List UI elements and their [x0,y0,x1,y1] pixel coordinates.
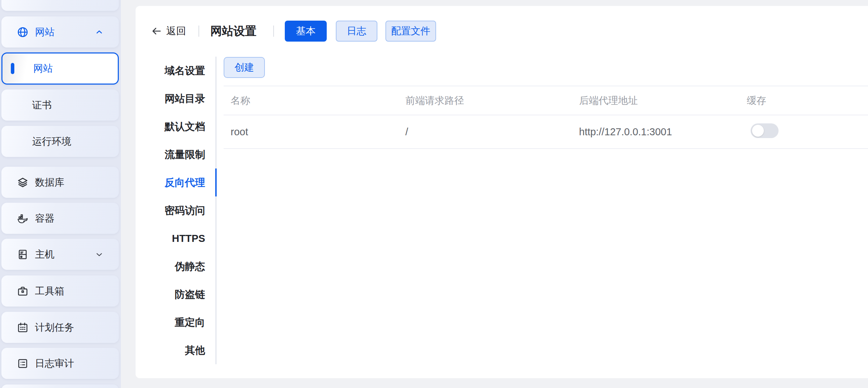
subnav-item-password-access[interactable]: 密码访问 [150,196,205,224]
back-button[interactable]: 返回 [166,26,186,37]
back-arrow-icon[interactable] [151,26,162,37]
cell-cache [740,123,868,141]
subnav-item-site-directory[interactable]: 网站目录 [150,85,205,113]
tab-logs[interactable]: 日志 [336,21,377,42]
container-icon [17,213,29,224]
cache-toggle[interactable] [751,123,779,138]
header-divider [273,26,274,37]
subnav-item-redirect[interactable]: 重定向 [150,308,205,336]
sidebar-item-label: 网站 [33,62,53,75]
sidebar-item-database[interactable]: 数据库 [1,167,119,198]
chevron-down-icon [95,250,103,259]
table-header-row: 名称 前端请求路径 后端代理地址 缓存 [224,86,868,115]
subnav-item-rewrite[interactable]: 伪静态 [150,252,205,280]
sidebar-item-log-audit[interactable]: 日志审计 [1,348,119,379]
sidebar-item-label: 网站 [35,26,55,39]
cron-icon [17,322,29,333]
sidebar-item-runtime[interactable]: 运行环境 [1,126,119,157]
sidebar-item-label: 日志审计 [35,357,74,370]
sidebar-item-host[interactable]: 主机 [1,239,119,270]
sidebar-item-label: 工具箱 [35,285,64,298]
column-header-name: 名称 [224,94,398,107]
sidebar-item-cronjob[interactable]: 计划任务 [1,312,119,343]
toolbox-icon [17,285,29,297]
host-icon [17,249,29,260]
sidebar-item-label: 数据库 [35,176,64,189]
cell-name: root [224,126,398,138]
log-audit-icon [17,358,29,369]
column-header-cache: 缓存 [740,94,868,107]
cell-frontend-path: / [398,126,572,138]
sidebar-item-website-group[interactable]: 网站 [1,16,119,48]
chevron-up-icon [95,28,103,36]
header-divider [198,26,199,37]
sidebar-item-app-store[interactable]: 应用商店 [1,0,119,11]
subnav-item-reverse-proxy[interactable]: 反向代理 [150,168,205,196]
subnav-item-other[interactable]: 其他 [150,336,205,364]
subnav-item-anti-leech[interactable]: 防盗链 [150,280,205,308]
globe-icon [17,26,29,38]
settings-header: 返回 网站设置 基本 日志 配置文件 [136,6,868,52]
sidebar-item-certificate[interactable]: 证书 [1,89,119,121]
subnav-active-indicator [215,168,217,196]
tab-config-file[interactable]: 配置文件 [385,21,436,42]
sidebar-item-website[interactable]: 网站 [1,52,119,85]
cell-backend-proxy: http://127.0.0.1:3001 [572,126,740,138]
page-title: 网站设置 [210,23,256,39]
sidebar-item-label: 计划任务 [35,321,74,334]
sidebar-item-label: 运行环境 [32,135,71,148]
column-header-frontend-path: 前端请求路径 [398,94,572,107]
app-window: 应用商店 网站 网站 证书 运行环境 数据库 [0,0,868,388]
cache-toggle-knob [752,125,764,137]
active-indicator [11,63,14,74]
sidebar-item-label: 应用商店 [35,0,74,2]
subnav-item-default-document[interactable]: 默认文档 [150,113,205,141]
sidebar-item-label: 容器 [35,212,55,225]
sidebar-item-container[interactable]: 容器 [1,203,119,234]
database-icon [17,177,29,188]
subnav-item-https[interactable]: HTTPS [150,224,205,252]
sidebar-item-partial-bottom[interactable] [1,385,119,388]
proxy-table: 名称 前端请求路径 后端代理地址 缓存 root / http://127.0.… [224,86,868,149]
subnav-item-rate-limit[interactable]: 流量限制 [150,141,205,168]
sidebar-item-toolbox[interactable]: 工具箱 [1,275,119,307]
app-store-icon [17,0,29,1]
subnav-divider [215,57,217,364]
sidebar-item-label: 证书 [32,99,52,112]
table-row: root / http://127.0.0.1:3001 [224,115,868,149]
sidebar-item-label: 主机 [35,248,55,261]
tab-basic[interactable]: 基本 [285,21,327,42]
create-button[interactable]: 创建 [224,57,265,78]
subnav-item-domain-settings[interactable]: 域名设置 [150,57,205,85]
sidebar: 应用商店 网站 网站 证书 运行环境 数据库 [0,0,121,388]
column-header-backend-proxy: 后端代理地址 [572,94,740,107]
main-card: 返回 网站设置 基本 日志 配置文件 域名设置 网站目录 默认文档 流量限制 反… [136,6,868,378]
